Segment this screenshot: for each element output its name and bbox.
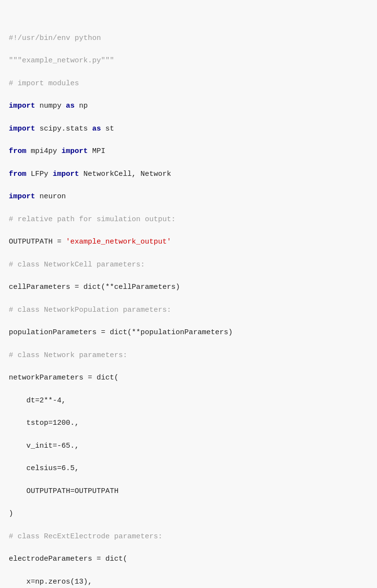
comment-relpath: # relative path for simulation output:	[9, 215, 176, 224]
line-celsius: celsius=6.5,	[9, 463, 368, 474]
lib-neuron: neuron	[35, 192, 66, 201]
electrodeparams-open-text: electrodeParameters = dict(	[9, 555, 127, 563]
line-from-mpi4py: from mpi4py import MPI	[9, 146, 368, 157]
shebang-text: #!/usr/bin/env python	[9, 34, 101, 42]
code-editor: #!/usr/bin/env python """example_network…	[9, 10, 368, 588]
line-electrodeparams-open: electrodeParameters = dict(	[9, 553, 368, 565]
alias-np: np	[75, 102, 88, 110]
line-comment-relpath: # relative path for simulation output:	[9, 214, 368, 225]
line-comment-networkpop: # class NetworkPopulation parameters:	[9, 304, 368, 316]
line-import-neuron: import neuron	[9, 191, 368, 202]
line-tstop: tstop=1200.,	[9, 417, 368, 429]
networkparams-open-text: networkParameters = dict(	[9, 374, 119, 382]
popparams-text: populationParameters = dict(**population…	[9, 328, 233, 337]
tstop-text: tstop=1200.,	[9, 419, 79, 427]
line-shebang: #!/usr/bin/env python	[9, 33, 368, 44]
what-networkcell: NetworkCell, Network	[79, 170, 171, 178]
keyword-from-1: from	[9, 147, 26, 155]
keyword-import-1: import	[9, 102, 35, 110]
comment-networkpop-params: # class NetworkPopulation parameters:	[9, 306, 171, 314]
celsius-text: celsius=6.5,	[9, 464, 79, 473]
line-cellparams: cellParameters = dict(**cellParameters)	[9, 282, 368, 293]
comment-recext-params: # class RecExtElectrode parameters:	[9, 532, 162, 541]
dt-text: dt=2**-4,	[9, 397, 66, 405]
networkparams-close-text: )	[9, 510, 13, 518]
keyword-as-2: as	[92, 125, 101, 133]
line-comment-recext: # class RecExtElectrode parameters:	[9, 531, 368, 542]
docstring-text: """example_network.py"""	[9, 57, 114, 65]
line-comment-import: # import modules	[9, 78, 368, 89]
line-comment-network: # class Network parameters:	[9, 350, 368, 361]
comment-networkcell-params: # class NetworkCell parameters:	[9, 261, 145, 269]
line-vinit: v_init=-65.,	[9, 440, 368, 452]
line-docstring: """example_network.py"""	[9, 55, 368, 66]
line-networkparams-close: )	[9, 508, 368, 519]
comment-network-params: # class Network parameters:	[9, 351, 127, 360]
comment-import-modules: # import modules	[9, 79, 79, 88]
line-from-lfpy: from LFPy import NetworkCell, Network	[9, 169, 368, 180]
var-outputpath: OUTPUTPATH =	[9, 238, 66, 246]
keyword-import-4: import	[53, 170, 79, 178]
keyword-from-2: from	[9, 170, 26, 178]
x-text: x=np.zeros(13),	[9, 578, 92, 586]
line-outputpath-param: OUTPUTPATH=OUTPUTPATH	[9, 486, 368, 497]
keyword-import-3: import	[61, 147, 88, 155]
line-popparams: populationParameters = dict(**population…	[9, 327, 368, 338]
line-x: x=np.zeros(13),	[9, 576, 368, 588]
keyword-import-2: import	[9, 125, 35, 133]
line-networkparams-open: networkParameters = dict(	[9, 372, 368, 383]
outputpath-param-text: OUTPUTPATH=OUTPUTPATH	[9, 487, 119, 495]
alias-st: st	[101, 125, 114, 133]
line-dt: dt=2**-4,	[9, 395, 368, 406]
what-MPI: MPI	[88, 147, 105, 155]
lib-numpy: numpy	[35, 102, 66, 110]
cellparams-text: cellParameters = dict(**cellParameters)	[9, 283, 180, 291]
line-import-numpy: import numpy as np	[9, 100, 368, 112]
lib-scipy: scipy.stats	[35, 125, 92, 133]
lib-lfpy: LFPy	[26, 170, 53, 178]
line-comment-networkcell: # class NetworkCell parameters:	[9, 259, 368, 270]
lib-mpi4py: mpi4py	[26, 147, 61, 155]
line-outputpath: OUTPUTPATH = 'example_network_output'	[9, 236, 368, 247]
keyword-import-5: import	[9, 192, 35, 201]
keyword-as-1: as	[66, 102, 75, 110]
vinit-text: v_init=-65.,	[9, 442, 79, 450]
line-import-scipy: import scipy.stats as st	[9, 123, 368, 134]
string-outputpath: 'example_network_output'	[66, 238, 171, 246]
